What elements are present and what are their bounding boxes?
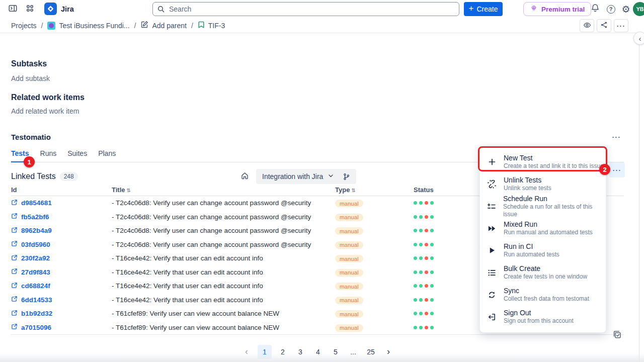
edit-icon: [140, 21, 148, 30]
status-dot-green: [430, 298, 434, 302]
external-link-icon: [11, 323, 18, 331]
pagination-page-1[interactable]: 1: [258, 345, 272, 359]
feedback-icon[interactable]: [612, 330, 622, 341]
add-related-item-button[interactable]: Add related work item: [11, 107, 624, 115]
test-id-link[interactable]: 8962b4a9: [11, 227, 112, 235]
notifications-button[interactable]: [589, 3, 602, 16]
test-title: - T61cfef89: Verify user can view accoun…: [112, 310, 335, 317]
pagination-page-5[interactable]: 5: [329, 345, 342, 359]
test-id-link[interactable]: d9854681: [11, 199, 112, 207]
schedule-run-icon: [480, 202, 503, 211]
issue-actions: ···: [580, 19, 628, 32]
jira-brand[interactable]: Jira: [44, 3, 74, 15]
create-label: Create: [476, 5, 498, 13]
panel-toggle-button[interactable]: [6, 3, 19, 16]
issue-more-button[interactable]: ···: [614, 19, 628, 32]
status-dot-green: [430, 312, 434, 315]
app-root: Jira + Create Premium trial ? ⚙: [0, 0, 644, 362]
menu-item-sign-out[interactable]: Sign Out Sign out from this account: [480, 306, 606, 328]
status-dot-red: [425, 256, 428, 260]
test-type-cell: manual: [335, 309, 414, 318]
column-header-title[interactable]: Title⇅: [112, 186, 335, 194]
avatar[interactable]: YB: [633, 2, 644, 16]
subtasks-heading: Subtasks: [11, 59, 624, 68]
breadcrumb-issue-key[interactable]: TIF-3: [198, 21, 225, 30]
tab-runs[interactable]: Runs: [40, 149, 57, 162]
menu-item-text: New Test Create a test and link it it to…: [504, 154, 604, 170]
test-id: fb5a2bf6: [21, 213, 49, 221]
menu-item-schedule-run[interactable]: Schedule Run Schedule a run for all test…: [480, 195, 606, 217]
status-dot-green: [414, 284, 417, 288]
sync-icon: [480, 291, 504, 299]
test-id-link[interactable]: b1b92d32: [11, 310, 112, 318]
test-type-cell: manual: [335, 226, 414, 235]
app-switcher-button[interactable]: [23, 3, 36, 16]
settings-button[interactable]: ⚙: [619, 3, 632, 16]
menu-item-mixed-run[interactable]: Mixed Run Run manual and automated tests: [480, 217, 606, 239]
pagination-prev[interactable]: ‹: [240, 345, 253, 359]
chevron-down-icon[interactable]: [328, 172, 334, 181]
git-branch-icon[interactable]: [343, 173, 350, 180]
test-id-link[interactable]: a7015096: [11, 323, 112, 331]
status-dot-green: [414, 312, 417, 315]
test-id-link[interactable]: 27d9f843: [11, 268, 112, 276]
status-dot-green: [414, 256, 417, 260]
menu-item-new-test[interactable]: New Test Create a test and link it it to…: [480, 151, 606, 173]
tab-suites[interactable]: Suites: [67, 149, 87, 162]
column-header-id[interactable]: Id: [11, 186, 112, 194]
test-type-cell: manual: [335, 282, 414, 291]
test-type-cell: manual: [335, 254, 414, 263]
pagination-next[interactable]: ›: [382, 345, 395, 359]
linked-tests-more-button[interactable]: ···: [609, 162, 625, 177]
home-icon[interactable]: [240, 171, 249, 182]
add-subtask-button[interactable]: Add subtask: [11, 74, 624, 82]
status-dot-green: [430, 270, 434, 274]
pagination-page-2[interactable]: 2: [276, 345, 289, 359]
breadcrumb-label: Add parent: [152, 22, 187, 30]
test-id: b1b92d32: [21, 310, 52, 317]
test-id: d9854681: [21, 199, 52, 207]
column-header-type[interactable]: Type⇅: [335, 186, 414, 194]
breadcrumb-project[interactable]: Test iBusiness Fundi...: [47, 22, 129, 30]
pagination-page-4[interactable]: 4: [311, 345, 325, 359]
tab-plans[interactable]: Plans: [98, 149, 116, 162]
panel-divider: [639, 33, 639, 362]
premium-trial-button[interactable]: Premium trial: [523, 2, 591, 16]
status-dot-green: [430, 215, 434, 219]
plus-icon: [480, 158, 504, 166]
gear-icon: ⚙: [621, 5, 630, 14]
menu-item-subtitle: Create few tests in one window: [504, 273, 587, 281]
pagination-page-3[interactable]: 3: [294, 345, 307, 359]
test-type-cell: manual: [335, 240, 414, 249]
pagination-page-25[interactable]: 25: [364, 345, 377, 359]
panel-collapse-button[interactable]: ‹: [633, 32, 644, 45]
status-dot-green: [414, 298, 417, 302]
search-input[interactable]: [152, 2, 459, 16]
test-id-link[interactable]: fb5a2bf6: [11, 213, 112, 221]
menu-item-text: Sync Collect fresh data from testomat: [504, 287, 589, 303]
type-badge: manual: [335, 255, 363, 262]
breadcrumb-add-parent[interactable]: Add parent: [140, 21, 187, 30]
share-button[interactable]: [597, 19, 611, 32]
menu-item-unlink-tests[interactable]: Unlink Tests Unlink some tests: [480, 173, 606, 195]
type-badge: manual: [335, 214, 363, 221]
menu-item-sync[interactable]: Sync Collect fresh data from testomat: [480, 284, 606, 306]
test-id-link[interactable]: 230f2a92: [11, 254, 112, 262]
watch-button[interactable]: [580, 19, 594, 32]
menu-item-text: Bulk Create Create few tests in one wind…: [504, 264, 587, 281]
test-title: - T16ce4e42: Verify that user can edit a…: [112, 282, 335, 290]
more-icon: ···: [617, 22, 626, 30]
menu-item-bulk-create[interactable]: Bulk Create Create few tests in one wind…: [480, 261, 606, 284]
menu-item-title: Schedule Run: [503, 195, 606, 203]
testomatio-more-button[interactable]: ···: [609, 130, 624, 143]
testomatio-title: Testomatio: [11, 133, 51, 141]
test-id-link[interactable]: cd68824f: [11, 282, 112, 290]
project-dropdown[interactable]: Integration with Jira: [262, 172, 323, 180]
test-id-link[interactable]: 6dd14533: [11, 296, 112, 304]
breadcrumb-projects[interactable]: Projects: [11, 22, 37, 30]
menu-item-run-in-ci[interactable]: Run in CI Run automated tests: [480, 239, 606, 261]
test-type-cell: manual: [335, 295, 414, 304]
test-id-link[interactable]: 03fd5960: [11, 240, 112, 248]
create-button[interactable]: + Create: [464, 2, 503, 16]
help-button[interactable]: ?: [604, 3, 617, 16]
